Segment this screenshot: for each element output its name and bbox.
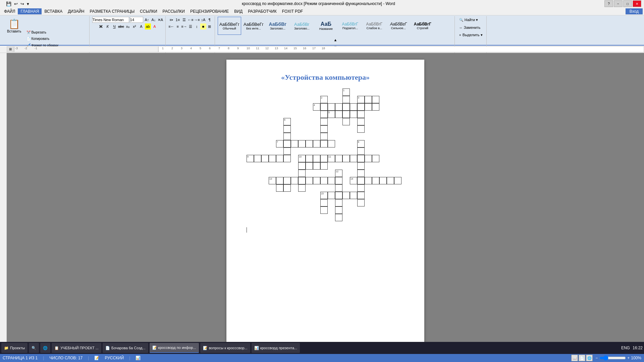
select-button[interactable]: ⌖ Выделить ▾ [458, 32, 484, 38]
bullets-button[interactable]: ≡• [168, 17, 174, 23]
font-name-input[interactable] [92, 17, 129, 23]
cell-mid-2 [306, 162, 313, 170]
style-title[interactable]: АаБ Название [314, 17, 338, 35]
cell-7-5 [306, 140, 313, 147]
menu-layout[interactable]: РАЗМЕТКА СТРАНИЦЫ [87, 8, 138, 14]
bold-button[interactable]: Ж [98, 23, 104, 29]
cell-8-4 [357, 162, 365, 170]
superscript-button[interactable]: x² [131, 23, 138, 29]
menu-file[interactable]: ФАЙЛ [1, 8, 18, 14]
taskbar-projects[interactable]: 📁 Проекты [1, 343, 28, 353]
taskbar-search[interactable]: 🔍 [29, 343, 39, 353]
style-heading2[interactable]: АаБбВг Заголово... [290, 17, 314, 35]
help-button[interactable]: ? [604, 0, 613, 7]
replace-button[interactable]: ↔ Заменить [458, 24, 484, 31]
close-button[interactable]: ✕ [633, 0, 641, 7]
align-center-button[interactable]: ≡ [175, 23, 181, 29]
redo-icon[interactable]: ↪ [20, 1, 25, 6]
menu-insert[interactable]: ВСТАВКА [42, 8, 65, 14]
menu-foxit[interactable]: FOXIT PDF [279, 8, 306, 14]
taskbar-crossword-doc[interactable]: 📝 кроссворд по инфор... [150, 343, 199, 353]
cell-1-1: 1 [342, 88, 350, 96]
style-intense[interactable]: АаБбВгГ Строгий [411, 17, 434, 35]
track-changes-icon[interactable]: 📊 [136, 356, 141, 360]
window-controls: ? − □ ✕ [604, 0, 641, 7]
menu-design[interactable]: ДИЗАЙН [65, 8, 87, 14]
find-button[interactable]: 🔍 Найти ▾ [458, 17, 484, 23]
increase-indent-button[interactable]: →≡ [194, 17, 200, 23]
spell-icon[interactable]: 📝 [94, 356, 99, 360]
decrease-indent-button[interactable]: ←≡ [187, 17, 194, 23]
style-normal[interactable]: АаБбВеГг Обычный [218, 17, 241, 35]
cell-1-5 [342, 118, 350, 125]
highlight-button[interactable]: ab [145, 23, 151, 29]
strikethrough-button[interactable]: abc [118, 23, 124, 29]
taskbar: 📁 Проекты 🔍 🌐 📋 УЧЕБНЫЙ ПРОЕКТ ... 📄 Боч… [0, 342, 644, 354]
style-intense-ref[interactable]: АаБбВгГ Сильная... [290, 36, 314, 37]
menu-mailings[interactable]: РАССЫЛКИ [160, 8, 187, 14]
style-quote[interactable]: АаБбВгГ Цитата 2 [218, 36, 241, 37]
menu-home[interactable]: ГЛАВНАЯ [18, 8, 42, 14]
align-right-button[interactable]: ≡→ [181, 23, 187, 29]
sign-in-button[interactable]: Вход [626, 8, 643, 14]
zoom-out-button[interactable]: − [595, 356, 598, 360]
ruler-horizontal: 1 2 3 4 5 6 7 8 9 10 11 12 13 14 15 16 1… [158, 46, 644, 52]
menu-view[interactable]: ВИД [231, 8, 245, 14]
quick-access-more-icon[interactable]: ▾ [26, 1, 30, 6]
style-highlighted[interactable]: АаБбВгГ Выделен... [242, 36, 265, 37]
justify-button[interactable]: ☰ [187, 23, 194, 29]
paste-button[interactable]: 📋 Вставить [5, 17, 23, 34]
subscript-button[interactable]: x₂ [125, 23, 131, 29]
style-heading1[interactable]: АаБбВг Заголово... [266, 17, 289, 35]
font-size-input[interactable] [130, 17, 143, 23]
sort-button[interactable]: ↕A [200, 17, 206, 23]
borders-button[interactable]: ⊞ [207, 23, 213, 29]
taskbar-project-doc[interactable]: 📋 УЧЕБНЫЙ ПРОЕКТ ... [52, 343, 101, 353]
shading-button[interactable]: ■ [200, 23, 206, 29]
show-formatting-button[interactable]: ¶ [207, 17, 213, 23]
print-layout-button[interactable]: 📄 [579, 355, 585, 361]
taskbar-presentation[interactable]: 📊 кроссворд презента... [252, 343, 300, 353]
minimize-button[interactable]: − [614, 0, 623, 7]
cell-13-5 [298, 177, 306, 184]
ruler-corner[interactable]: ⊞ [7, 46, 14, 52]
maximize-button[interactable]: □ [623, 0, 632, 7]
taskbar-browser[interactable]: 🌐 [40, 343, 50, 353]
style-subtle-emphasis[interactable]: АаБбВгГ Слабое в... [363, 17, 386, 35]
cell-9-1: 9 [247, 155, 254, 162]
taskbar-bocharova[interactable]: 📄 Бочарова 6а Созд... [103, 343, 148, 353]
font-shrink-button[interactable]: A↓ [151, 17, 157, 23]
copy-button[interactable]: 📄 Копировать [25, 36, 60, 42]
multilevel-button[interactable]: ☰ [181, 17, 187, 23]
style-h2-label: Заголово... [294, 27, 310, 30]
cell-14-7 [394, 177, 401, 184]
numbering-button[interactable]: 1≡ [175, 17, 181, 23]
line-spacing-button[interactable]: ↕ [194, 23, 200, 29]
web-layout-button[interactable]: 🌐 [586, 355, 593, 361]
zoom-slider[interactable] [599, 355, 626, 361]
taskbar-questions[interactable]: 📝 вопросы к кросссвор... [200, 343, 250, 353]
clear-format-button[interactable]: ✕A [157, 17, 163, 23]
read-mode-button[interactable]: 📖 [571, 355, 578, 361]
italic-button[interactable]: К [105, 23, 111, 29]
menu-references[interactable]: ССЫЛКИ [137, 8, 160, 14]
save-icon[interactable]: 💾 [5, 1, 12, 6]
text-effects-button[interactable]: A [138, 23, 144, 29]
zoom-in-button[interactable]: + [627, 356, 630, 360]
ribbon: 📋 Вставить ✂️ Вырезать 📄 Копировать 🖌️ Ф… [0, 15, 644, 46]
font-color-button[interactable]: A [152, 23, 158, 29]
style-emphasis[interactable]: АаБбВгГ Сильное... [387, 17, 410, 35]
cut-button[interactable]: ✂️ Вырезать [25, 29, 60, 35]
style-subtitle[interactable]: АаБбВгГ Подзагол... [338, 17, 362, 35]
menu-developer[interactable]: РАЗРАБОТЧИК [245, 8, 279, 14]
styles-up-button[interactable]: ▲ [332, 37, 338, 43]
underline-button[interactable]: Ч [111, 23, 117, 29]
undo-icon[interactable]: ↩ [13, 1, 18, 6]
select-icon: ⌖ [459, 33, 461, 37]
menu-review[interactable]: РЕЦЕНЗИРОВАНИЕ [187, 8, 231, 14]
style-no-spacing[interactable]: АаБбВеГг Без инте... [242, 17, 265, 35]
font-grow-button[interactable]: A↑ [144, 17, 150, 23]
align-left-button[interactable]: ≡← [168, 23, 174, 29]
style-subtle-ref[interactable]: АаБбВгГ Слабая сс... [266, 36, 289, 37]
document-area[interactable]: «Устройства компьютера» 1 2 [7, 53, 644, 354]
